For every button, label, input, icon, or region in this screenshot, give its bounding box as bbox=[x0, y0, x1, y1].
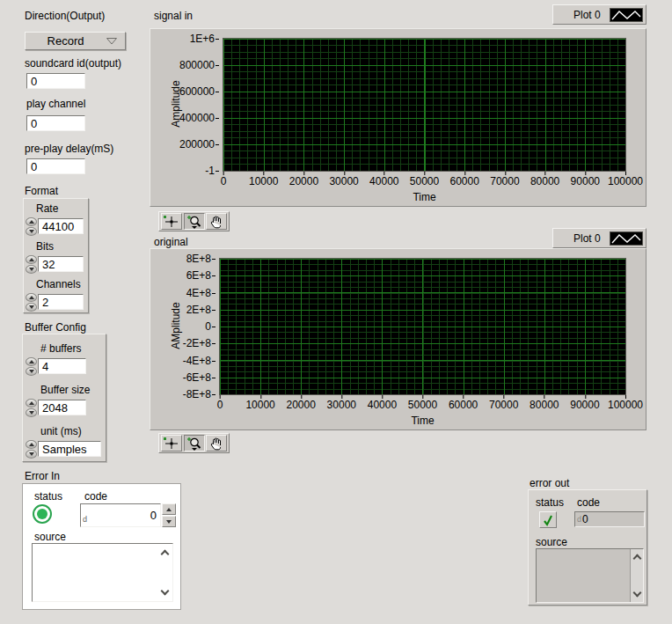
error-out-code-label: code bbox=[577, 496, 600, 509]
num-buffers-spinner[interactable] bbox=[26, 357, 37, 376]
pan-tool-button[interactable] bbox=[206, 213, 227, 230]
x-tick-label: 60000 bbox=[449, 399, 478, 411]
scroll-down-icon[interactable] bbox=[633, 589, 642, 598]
unit-spinner[interactable] bbox=[26, 440, 37, 459]
error-out-status-indicator bbox=[539, 511, 557, 528]
num-buffers-label: # buffers bbox=[40, 342, 81, 355]
rate-value: 44100 bbox=[42, 220, 74, 233]
num-buffers-input[interactable]: 4 bbox=[38, 358, 86, 374]
graph2-legend[interactable]: Plot 0 bbox=[552, 228, 646, 248]
error-in-code-label: code bbox=[84, 490, 107, 503]
plot-line-sample-icon bbox=[610, 8, 643, 22]
unit-increment-button[interactable] bbox=[26, 440, 37, 449]
play-channel-label: play channel bbox=[26, 98, 85, 110]
buffer-size-value: 2048 bbox=[42, 401, 68, 415]
hand-icon bbox=[208, 437, 224, 451]
x-tick-label: 40000 bbox=[368, 399, 397, 411]
down-arrow-icon bbox=[166, 520, 172, 524]
preplay-delay-input[interactable]: 0 bbox=[26, 158, 85, 174]
down-arrow-icon bbox=[29, 230, 34, 233]
radix-indicator: d bbox=[81, 515, 87, 526]
size-increment-button[interactable] bbox=[26, 399, 37, 407]
x-tick-label: 80000 bbox=[530, 399, 559, 411]
direction-label: Direction(Output) bbox=[25, 10, 105, 22]
y-tick-label: 400000 bbox=[179, 112, 215, 124]
graph1-palette bbox=[158, 211, 230, 231]
buffer-size-spinner[interactable] bbox=[26, 399, 37, 417]
rate-decrement-button[interactable] bbox=[26, 227, 37, 236]
chevron-down-icon bbox=[106, 37, 118, 45]
buffers-decrement-button[interactable] bbox=[26, 367, 37, 376]
num-buffers-value: 4 bbox=[42, 360, 48, 373]
magnifier-icon bbox=[186, 437, 203, 451]
bits-spinner[interactable] bbox=[26, 255, 37, 274]
buffers-increment-button[interactable] bbox=[26, 357, 37, 366]
bits-input[interactable]: 32 bbox=[38, 256, 84, 272]
direction-dropdown[interactable]: Record bbox=[25, 32, 126, 50]
soundcard-id-label: soundcard id(output) bbox=[25, 57, 121, 70]
scrollbar[interactable] bbox=[630, 549, 643, 602]
rate-increment-button[interactable] bbox=[26, 217, 37, 226]
x-tick-label: 20000 bbox=[289, 175, 318, 187]
pan-tool-button[interactable] bbox=[206, 435, 227, 451]
channels-input[interactable]: 2 bbox=[38, 294, 84, 310]
error-in-cluster: status code d 0 source bbox=[22, 483, 181, 610]
x-tick-label: 90000 bbox=[570, 399, 599, 411]
unit-decrement-button[interactable] bbox=[26, 450, 37, 459]
scroll-down-icon[interactable] bbox=[161, 587, 170, 596]
channels-increment-button[interactable] bbox=[26, 293, 37, 302]
graph1-legend[interactable]: Plot 0 bbox=[552, 4, 646, 25]
zoom-tool-button[interactable] bbox=[184, 435, 205, 451]
up-arrow-icon bbox=[29, 443, 34, 446]
graph2-title: original bbox=[154, 236, 188, 248]
bits-label: Bits bbox=[36, 240, 54, 253]
bits-increment-button[interactable] bbox=[26, 255, 37, 264]
code-increment-button[interactable] bbox=[162, 503, 176, 515]
error-in-status-led[interactable] bbox=[33, 504, 52, 524]
x-tick-label: 10000 bbox=[249, 175, 278, 187]
channels-spinner[interactable] bbox=[26, 293, 37, 312]
y-tick-label: 4E+8 bbox=[186, 287, 211, 299]
bits-decrement-button[interactable] bbox=[26, 265, 37, 274]
soundcard-id-input[interactable]: 0 bbox=[26, 73, 85, 89]
x-tick-label: 100000 bbox=[608, 399, 643, 411]
down-arrow-icon bbox=[29, 268, 34, 271]
error-in-code-spinner[interactable] bbox=[162, 503, 176, 527]
graph1-plot-area[interactable] bbox=[223, 38, 626, 172]
led-green-icon bbox=[37, 509, 47, 519]
graph2-ylabel: AMplitude bbox=[170, 282, 182, 370]
scroll-up-icon[interactable] bbox=[161, 550, 170, 559]
soundcard-id-value: 0 bbox=[31, 75, 37, 88]
graph2-xaxis: 0100002000030000400005000060000700008000… bbox=[220, 395, 625, 409]
unit-label: unit (ms) bbox=[40, 425, 82, 437]
preplay-delay-value: 0 bbox=[31, 160, 37, 173]
rate-spinner[interactable] bbox=[26, 217, 37, 236]
y-tick-label: 6E+8 bbox=[186, 269, 211, 282]
play-channel-input[interactable]: 0 bbox=[26, 115, 85, 131]
unit-input[interactable]: Samples bbox=[38, 441, 101, 457]
checkmark-icon bbox=[542, 514, 554, 526]
scroll-up-icon[interactable] bbox=[633, 554, 642, 563]
crosshair-icon bbox=[163, 215, 180, 228]
size-decrement-button[interactable] bbox=[26, 408, 37, 417]
error-in-source-input[interactable] bbox=[32, 543, 173, 602]
radix-indicator: d bbox=[575, 515, 581, 526]
graph1-title: signal in bbox=[154, 10, 193, 22]
error-out-label: error out bbox=[530, 477, 569, 489]
zoom-tool-button[interactable] bbox=[184, 213, 205, 230]
x-tick-label: 40000 bbox=[369, 175, 398, 187]
cursor-tool-button[interactable] bbox=[161, 435, 182, 451]
x-tick-label: 90000 bbox=[571, 175, 600, 187]
error-in-code-value: 0 bbox=[87, 509, 160, 522]
down-arrow-icon bbox=[29, 452, 34, 456]
rate-input[interactable]: 44100 bbox=[38, 218, 84, 234]
graph2-plot-area[interactable] bbox=[219, 258, 626, 395]
buffer-size-input[interactable]: 2048 bbox=[38, 400, 86, 415]
code-decrement-button[interactable] bbox=[162, 516, 176, 527]
error-in-label: Error In bbox=[25, 470, 60, 482]
error-in-code-input[interactable]: d 0 bbox=[80, 503, 161, 527]
graph2-palette bbox=[158, 433, 230, 453]
channels-decrement-button[interactable] bbox=[26, 303, 37, 312]
format-cluster: Rate 44100 Bits 32 Channels 2 bbox=[23, 198, 89, 313]
cursor-tool-button[interactable] bbox=[161, 213, 182, 230]
